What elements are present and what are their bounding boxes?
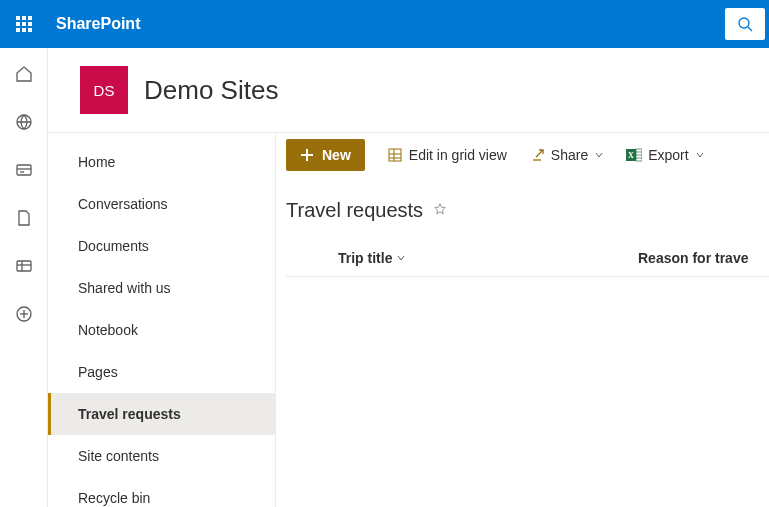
share-label: Share <box>551 147 588 163</box>
nav-label: Documents <box>78 238 149 254</box>
site-header: DS Demo Sites <box>48 48 769 132</box>
new-button-label: New <box>322 147 351 163</box>
home-icon[interactable] <box>14 64 34 84</box>
create-icon[interactable] <box>14 304 34 324</box>
suite-title[interactable]: SharePoint <box>56 15 140 33</box>
edit-grid-button[interactable]: Edit in grid view <box>387 147 507 163</box>
chevron-down-icon <box>594 147 604 163</box>
list-title-row: Travel requests <box>286 199 769 222</box>
chevron-down-icon <box>695 147 705 163</box>
list-icon[interactable] <box>14 256 34 276</box>
nav-item-conversations[interactable]: Conversations <box>48 183 275 225</box>
app-bar <box>0 48 48 507</box>
svg-rect-14 <box>389 149 401 161</box>
export-label: Export <box>648 147 688 163</box>
nav-label: Shared with us <box>78 280 171 296</box>
file-icon[interactable] <box>14 208 34 228</box>
nav-item-shared[interactable]: Shared with us <box>48 267 275 309</box>
column-label: Trip title <box>338 250 392 266</box>
chevron-down-icon <box>396 250 406 266</box>
plus-icon <box>300 148 314 162</box>
nav-label: Notebook <box>78 322 138 338</box>
nav-label: Conversations <box>78 196 168 212</box>
search-box[interactable] <box>725 8 765 40</box>
nav-label: Recycle bin <box>78 490 150 506</box>
nav-item-notebook[interactable]: Notebook <box>48 309 275 351</box>
svg-rect-3 <box>17 165 31 175</box>
globe-icon[interactable] <box>14 112 34 132</box>
grid-icon <box>387 147 403 163</box>
column-headers: Trip title Reason for trave <box>286 250 769 277</box>
site-nav: Home Conversations Documents Shared with… <box>48 133 276 507</box>
svg-rect-6 <box>17 261 31 271</box>
svg-text:X: X <box>628 151 634 160</box>
nav-item-home[interactable]: Home <box>48 141 275 183</box>
list-title: Travel requests <box>286 199 423 222</box>
app-launcher-button[interactable] <box>0 0 48 48</box>
svg-point-0 <box>739 18 749 28</box>
column-header-reason[interactable]: Reason for trave <box>638 250 748 266</box>
list-view: New Edit in grid view Share X <box>276 133 769 507</box>
new-button[interactable]: New <box>286 139 365 171</box>
nav-label: Site contents <box>78 448 159 464</box>
edit-grid-label: Edit in grid view <box>409 147 507 163</box>
export-button[interactable]: X Export <box>626 147 704 163</box>
nav-item-site-contents[interactable]: Site contents <box>48 435 275 477</box>
command-bar: New Edit in grid view Share X <box>276 133 769 177</box>
nav-item-pages[interactable]: Pages <box>48 351 275 393</box>
site-title[interactable]: Demo Sites <box>144 75 278 106</box>
nav-item-recycle-bin[interactable]: Recycle bin <box>48 477 275 507</box>
nav-label: Home <box>78 154 115 170</box>
nav-label: Travel requests <box>78 406 181 422</box>
share-button[interactable]: Share <box>529 147 604 163</box>
favorite-button[interactable] <box>433 202 447 219</box>
star-icon <box>433 202 447 216</box>
nav-label: Pages <box>78 364 118 380</box>
share-icon <box>529 147 545 163</box>
nav-item-documents[interactable]: Documents <box>48 225 275 267</box>
waffle-icon <box>16 16 32 32</box>
svg-line-1 <box>748 27 752 31</box>
column-header-trip-title[interactable]: Trip title <box>338 250 638 266</box>
search-icon <box>737 16 753 32</box>
excel-icon: X <box>626 147 642 163</box>
column-label: Reason for trave <box>638 250 748 266</box>
nav-item-travel-requests[interactable]: Travel requests <box>48 393 275 435</box>
site-logo[interactable]: DS <box>80 66 128 114</box>
news-icon[interactable] <box>14 160 34 180</box>
suite-header: SharePoint <box>0 0 769 48</box>
